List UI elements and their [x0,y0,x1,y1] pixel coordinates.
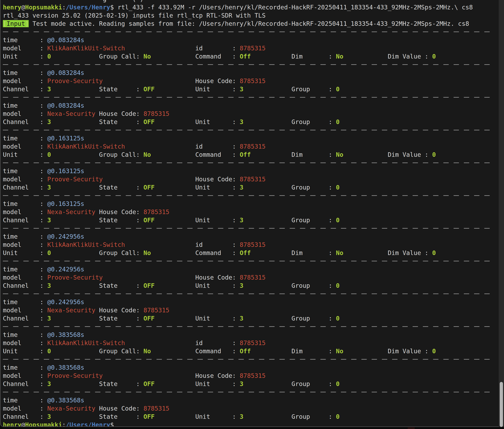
prompt-user: henry [3,421,21,427]
event-fields-line: Unit : 0 Group Call: No Command : Off Di… [3,347,497,355]
field-label: State : [51,217,144,224]
field-value: @0.083284s [47,69,84,76]
event-fields-line: Channel : 3 State : OFF Unit : 3 Group :… [3,184,497,192]
field-label: Channel : [3,380,47,387]
field-value: 0 [47,151,51,158]
terminal-window[interactable]: g ( )henry@Hopsumakki:/Users/Henry$ rtl_… [0,0,499,427]
field-value: OFF [144,118,154,125]
prompt-at: @ [21,421,25,427]
field-value: @0.163125s [47,167,84,175]
field-label: id : [125,143,240,150]
event-fields-line: Channel : 3 State : OFF Unit : 3 Group :… [3,216,497,224]
field-label: model : [3,208,47,216]
field-value: @0.383568s [47,397,84,404]
terminal-cursor: _ [117,421,121,427]
field-label: time : [3,397,47,404]
prompt-colon: : [62,4,66,11]
field-label: time : [3,102,47,109]
separator-line [3,388,497,396]
field-label: Group Call: [51,151,144,158]
scrollbar-thumb[interactable] [500,382,503,427]
field-label: Channel : [3,118,47,125]
field-value: OFF [144,380,154,387]
field-label: id : [125,339,240,347]
field-label: Unit : [3,151,47,158]
dashed-rule [3,228,495,229]
field-value: Off [240,151,251,158]
field-label: model : [3,405,47,412]
field-label: model : [3,306,47,314]
field-label: House Code: [103,274,240,281]
field-label: Channel : [3,86,47,93]
field-value: Nexa-Security [47,306,96,314]
field-value: Proove-Security [47,372,103,379]
field-value: No [144,249,151,256]
field-value: 8785315 [240,274,266,281]
event-time-line: time : @0.242956s [3,265,497,273]
field-label: Channel : [3,184,47,191]
field-label: Unit : [155,315,240,322]
field-value: Nexa-Security [47,405,96,412]
event-fields-line: Unit : 0 Group Call: No Command : Off Di… [3,249,497,257]
field-label: time : [3,364,47,371]
field-value: 0 [336,217,340,224]
event-model-line: model : Proove-Security House Code: 8785… [3,77,497,85]
field-value: 3 [240,118,243,125]
field-label: Channel : [3,217,47,224]
field-value: @0.242956s [47,298,84,306]
field-value: @0.242956s [47,233,84,240]
field-value: 8785315 [240,241,266,248]
event-time-line: time : @0.083284s [3,36,497,44]
field-value: @0.383568s [47,331,84,338]
field-label: State : [51,282,144,289]
field-label: Command : [151,249,240,256]
field-label: Group : [243,380,336,387]
field-label: Unit : [155,118,240,125]
field-label: time : [3,233,47,240]
field-value: 0 [432,249,436,256]
field-label: id : [125,45,240,52]
event-fields-line: Channel : 3 State : OFF Unit : 3 Group :… [3,85,497,93]
field-label: House Code: [103,372,240,379]
field-label: Unit : [3,53,47,60]
field-value: KlikAanKlikUit-Switch [47,339,125,347]
field-value: KlikAanKlikUit-Switch [47,45,125,52]
field-value: 3 [47,118,51,125]
field-value: No [336,53,343,60]
field-value: No [144,151,151,158]
input-message: Test mode active. Reading samples from f… [29,20,469,27]
field-value: Nexa-Security [47,208,96,216]
field-value: @0.083284s [47,102,84,109]
event-time-line: time : @0.163125s [3,167,497,175]
field-label: House Code: [96,110,144,117]
field-value: 8785315 [144,405,169,412]
field-label: State : [51,413,144,420]
field-value: Off [240,249,251,256]
input-badge-bracket: [ [3,20,7,27]
field-label: Dim : [251,348,336,355]
dashed-rule [3,163,495,163]
event-model-line: model : KlikAanKlikUit-Switch id : 87853… [3,44,497,53]
field-value: OFF [144,282,154,289]
field-label: model : [3,143,47,150]
event-time-line: time : @0.383568s [3,364,497,372]
separator-line [3,355,497,364]
dashed-rule [3,326,495,327]
event-model-line: model : Proove-Security House Code: 8785… [3,175,497,184]
event-fields-line: Channel : 3 State : OFF Unit : 3 Group :… [3,380,497,388]
field-value: No [144,53,151,60]
input-badge-bracket: ] [25,20,29,27]
field-value: 0 [47,249,51,256]
field-value: 0 [432,53,436,60]
field-value: 3 [240,86,243,93]
event-fields-line: Channel : 3 State : OFF Unit : 3 Group :… [3,413,497,421]
prompt-at: @ [21,4,25,11]
field-value: @0.083284s [47,36,84,44]
field-value: 0 [432,151,436,158]
scrollbar-track[interactable] [499,0,504,429]
field-value: 3 [47,184,51,191]
prompt-line: henry@Hopsumakki:/Users/Henry$ _ [3,421,497,427]
field-label: model : [3,274,47,281]
field-value: Nexa-Security [47,110,96,117]
field-label: Group : [243,184,336,191]
